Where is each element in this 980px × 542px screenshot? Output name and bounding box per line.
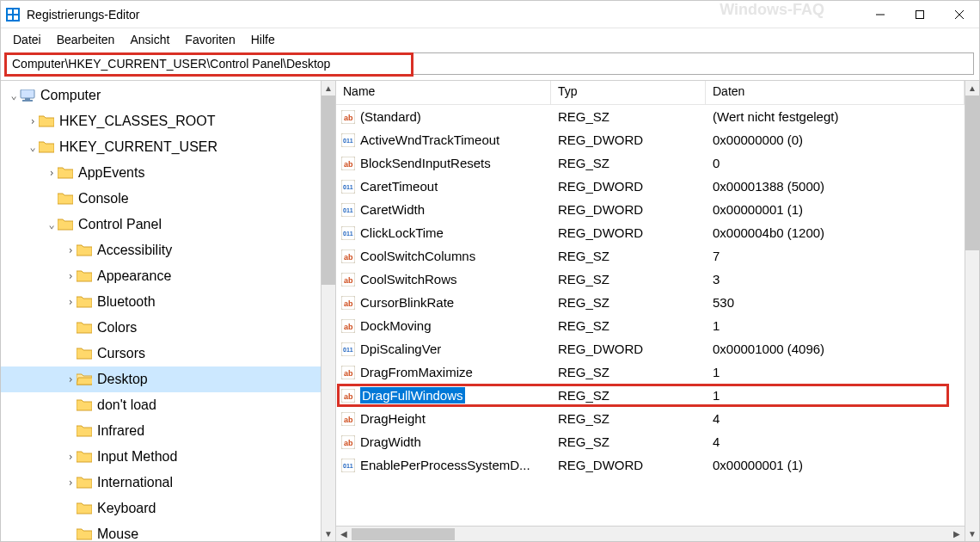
tree-item[interactable]: Keyboard xyxy=(1,496,321,521)
value-type: REG_DWORD xyxy=(551,225,706,240)
value-name: CoolSwitchRows xyxy=(360,272,457,286)
value-row[interactable]: DockMovingREG_SZ1 xyxy=(336,314,965,337)
value-row[interactable]: DragFromMaximizeREG_SZ1 xyxy=(336,360,965,384)
value-row[interactable]: ClickLockTimeREG_DWORD0x000004b0 (1200) xyxy=(336,221,965,244)
reg-string-icon xyxy=(341,249,355,263)
expander-closed-icon[interactable]: › xyxy=(64,451,77,463)
value-row[interactable]: CoolSwitchRowsREG_SZ3 xyxy=(336,268,965,291)
h-scroll-thumb[interactable] xyxy=(352,528,455,540)
value-row[interactable]: (Standard)REG_SZ(Wert nicht festgelegt) xyxy=(336,105,965,128)
scroll-right-icon[interactable]: ▶ xyxy=(949,527,965,541)
tree-item[interactable]: ⌄Control Panel xyxy=(1,212,321,237)
tree-item[interactable]: ⌄HKEY_CURRENT_USER xyxy=(1,134,321,160)
expander-closed-icon[interactable]: › xyxy=(27,115,39,127)
address-bar[interactable] xyxy=(6,52,974,75)
value-row[interactable]: BlockSendInputResetsREG_SZ0 xyxy=(336,151,965,175)
value-type: REG_SZ xyxy=(551,365,706,379)
value-row[interactable]: EnablePerProcessSystemD...REG_DWORD0x000… xyxy=(336,453,965,477)
reg-string-icon xyxy=(341,366,355,379)
tree-item[interactable]: ›Desktop xyxy=(1,366,321,392)
value-data: 0x00000001 (1) xyxy=(706,458,965,472)
scroll-thumb[interactable] xyxy=(965,95,979,250)
tree-label: Bluetooth xyxy=(97,294,156,310)
value-row[interactable]: CursorBlinkRateREG_SZ530 xyxy=(336,291,965,314)
column-data[interactable]: Daten xyxy=(706,81,965,104)
expander-open-icon[interactable]: ⌄ xyxy=(8,89,20,102)
maximize-button[interactable] xyxy=(900,2,940,28)
minimize-button[interactable] xyxy=(861,2,900,28)
tree-item[interactable]: Infrared xyxy=(1,418,321,444)
tree-item[interactable]: Colors xyxy=(1,315,321,341)
menu-hilfe[interactable]: Hilfe xyxy=(244,31,282,48)
value-name: DpiScalingVer xyxy=(360,342,441,356)
scroll-up-icon[interactable]: ▲ xyxy=(965,81,979,95)
tree-scrollbar[interactable]: ▲ ▼ xyxy=(321,81,335,541)
menu-bearbeiten[interactable]: Bearbeiten xyxy=(50,31,122,48)
tree-label: Appearance xyxy=(97,268,171,284)
value-name: EnablePerProcessSystemD... xyxy=(360,458,530,472)
tree-item[interactable]: ›AppEvents xyxy=(1,160,321,186)
folder-icon xyxy=(77,243,92,257)
close-button[interactable] xyxy=(940,2,979,28)
expander-closed-icon[interactable]: › xyxy=(46,167,58,179)
tree-item[interactable]: Mouse xyxy=(1,521,321,541)
value-row[interactable]: DragHeightREG_SZ4 xyxy=(336,407,965,430)
tree-item[interactable]: ›HKEY_CLASSES_ROOT xyxy=(1,108,321,134)
horizontal-scrollbar[interactable]: ◀ ▶ xyxy=(336,526,965,541)
tree-item[interactable]: ›Appearance xyxy=(1,263,321,289)
column-name[interactable]: Name xyxy=(336,81,551,104)
expander-open-icon[interactable]: ⌄ xyxy=(27,141,39,153)
scroll-up-icon[interactable]: ▲ xyxy=(322,81,335,95)
value-row[interactable]: DragWidthREG_SZ4 xyxy=(336,430,965,453)
menu-bar: DateiBearbeitenAnsichtFavoritenHilfe xyxy=(1,28,979,51)
reg-string-icon xyxy=(341,435,355,449)
column-type[interactable]: Typ xyxy=(551,81,706,104)
value-row[interactable]: DragFullWindowsREG_SZ1 xyxy=(336,384,965,407)
tree-item[interactable]: ›Bluetooth xyxy=(1,289,321,315)
tree-item[interactable]: ›Input Method xyxy=(1,444,321,470)
value-type: REG_DWORD xyxy=(551,458,706,472)
scroll-down-icon[interactable]: ▼ xyxy=(322,527,335,541)
expander-closed-icon[interactable]: › xyxy=(64,477,77,489)
value-data: 0x00000000 (0) xyxy=(706,132,965,147)
tree-label: Input Method xyxy=(97,449,177,465)
scroll-down-icon[interactable]: ▼ xyxy=(965,527,979,541)
tree-label: Computer xyxy=(40,88,101,103)
values-pane: Name Typ Daten (Standard)REG_SZ(Wert nic… xyxy=(336,81,979,541)
column-headers[interactable]: Name Typ Daten xyxy=(336,81,965,105)
tree-item[interactable]: ⌄Computer xyxy=(1,83,321,108)
value-row[interactable]: DpiScalingVerREG_DWORD0x00001000 (4096) xyxy=(336,337,965,360)
expander-closed-icon[interactable]: › xyxy=(64,373,77,385)
menu-favoriten[interactable]: Favoriten xyxy=(178,31,242,48)
value-type: REG_SZ xyxy=(551,156,706,170)
folder-icon xyxy=(77,527,92,541)
expander-closed-icon[interactable]: › xyxy=(64,296,77,308)
value-name: DockMoving xyxy=(360,318,432,333)
expander-open-icon[interactable]: ⌄ xyxy=(46,219,58,231)
tree-item[interactable]: Console xyxy=(1,186,321,212)
value-row[interactable]: CoolSwitchColumnsREG_SZ7 xyxy=(336,244,965,268)
tree-item[interactable]: ›International xyxy=(1,470,321,496)
value-row[interactable]: ActiveWndTrackTimeoutREG_DWORD0x00000000… xyxy=(336,128,965,151)
value-row[interactable]: CaretTimeoutREG_DWORD0x00001388 (5000) xyxy=(336,175,965,198)
reg-string-icon xyxy=(341,273,355,286)
folder-icon xyxy=(77,373,92,386)
scroll-thumb[interactable] xyxy=(322,95,335,285)
expander-closed-icon[interactable]: › xyxy=(64,244,77,256)
scroll-left-icon[interactable]: ◀ xyxy=(336,527,352,541)
tree-item[interactable]: ›Accessibility xyxy=(1,237,321,263)
value-type: REG_SZ xyxy=(551,434,706,449)
registry-tree[interactable]: ⌄Computer›HKEY_CLASSES_ROOT⌄HKEY_CURRENT… xyxy=(1,81,321,541)
expander-closed-icon[interactable]: › xyxy=(64,270,77,282)
menu-ansicht[interactable]: Ansicht xyxy=(123,31,176,48)
reg-dword-icon xyxy=(341,226,355,240)
tree-label: HKEY_CURRENT_USER xyxy=(59,139,217,155)
menu-datei[interactable]: Datei xyxy=(6,31,48,48)
values-scrollbar[interactable]: ▲ ▼ xyxy=(965,81,979,541)
tree-item[interactable]: Cursors xyxy=(1,341,321,366)
tree-item[interactable]: don't load xyxy=(1,392,321,418)
value-row[interactable]: CaretWidthREG_DWORD0x00000001 (1) xyxy=(336,198,965,221)
values-list[interactable]: (Standard)REG_SZ(Wert nicht festgelegt)A… xyxy=(336,105,965,526)
folder-icon xyxy=(39,114,54,128)
value-type: REG_SZ xyxy=(551,272,706,286)
